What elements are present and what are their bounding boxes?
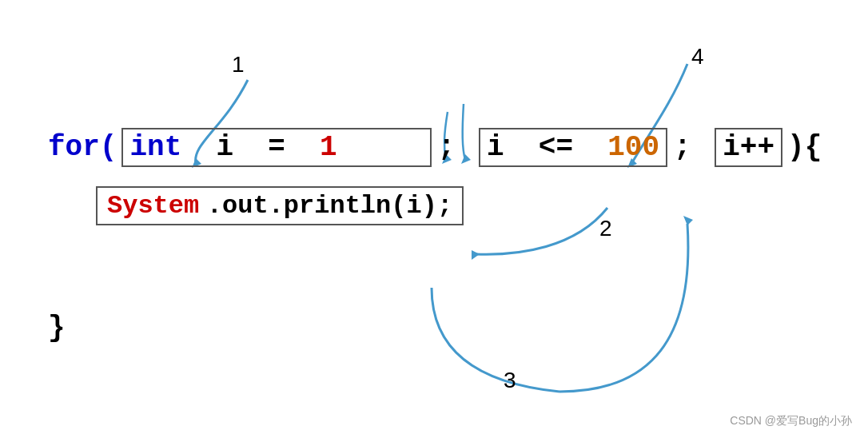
body-line: System .out.println(i); — [96, 186, 822, 225]
brace-open: ){ — [787, 131, 822, 164]
cond-box: i <= 100 — [479, 128, 667, 167]
init-box: int i = 1 — [121, 128, 431, 167]
closing-brace: } — [48, 312, 66, 344]
cond-value: 100 — [591, 131, 659, 164]
init-value: 1 — [303, 131, 337, 164]
semicolon-1: ; — [438, 131, 472, 164]
int-keyword: int — [129, 131, 181, 164]
var-i-init: i — [199, 131, 233, 164]
semicolon-2: ; — [674, 131, 708, 164]
body-box: System .out.println(i); — [96, 186, 464, 225]
watermark: CSDN @爱写Bug的小孙 — [730, 414, 852, 428]
main-container: 1 4 2 3 for( int i = 1 ; i — [0, 0, 868, 438]
update-box: i++ — [715, 128, 782, 167]
system-keyword: System — [107, 191, 199, 221]
for-line: for( int i = 1 ; i <= 100 ; i++ ){ — [48, 128, 822, 167]
label-3: 3 — [504, 368, 516, 393]
for-keyword: for( — [48, 131, 117, 164]
label-1: 1 — [232, 52, 245, 78]
var-i-update: i++ — [723, 131, 774, 164]
out-println: .out.println(i); — [207, 191, 452, 221]
code-area: for( int i = 1 ; i <= 100 ; i++ ){ — [48, 128, 822, 225]
assign-op: = — [251, 131, 285, 164]
var-i-cond: i — [487, 131, 504, 164]
label-4: 4 — [691, 44, 704, 70]
le-op: <= — [521, 131, 573, 164]
svg-marker-1 — [472, 250, 480, 260]
